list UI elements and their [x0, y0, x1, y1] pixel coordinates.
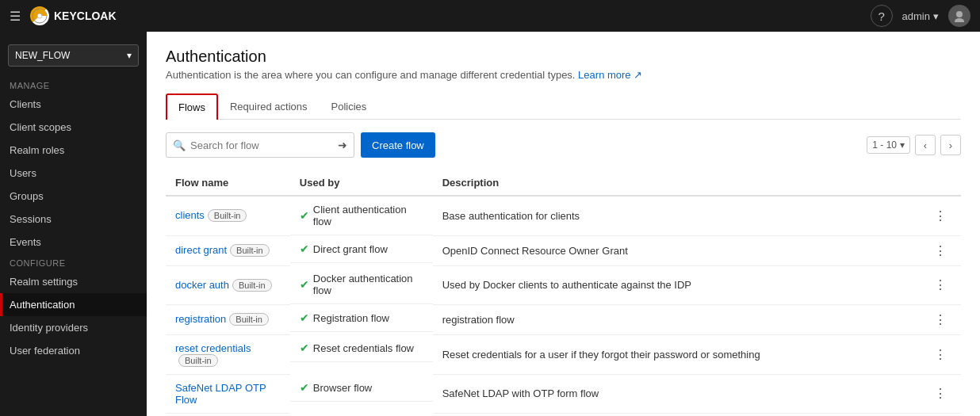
sidebar-item-label: User federation	[10, 345, 80, 357]
used-by-cell: ✔Client authentication flow	[290, 197, 433, 235]
sidebar-item-label: Authentication	[10, 299, 75, 311]
action-cell: ⋮	[883, 265, 961, 304]
prev-page-button[interactable]: ‹	[915, 135, 936, 155]
help-icon[interactable]: ?	[871, 5, 893, 27]
pagination: 1 - 10 ▾ ‹ ›	[867, 135, 961, 155]
used-by-cell: ✔Reset credentials flow	[290, 334, 433, 362]
sidebar-item-user-federation[interactable]: User federation	[0, 339, 147, 362]
tab-policies[interactable]: Policies	[320, 94, 379, 120]
manage-section-label: Manage	[0, 76, 147, 93]
more-options-icon[interactable]: ⋮	[929, 385, 951, 402]
sidebar-item-users[interactable]: Users	[0, 162, 147, 185]
tab-required-actions[interactable]: Required actions	[218, 94, 320, 120]
used-by-label: Direct grant flow	[313, 243, 388, 255]
avatar[interactable]	[948, 5, 970, 27]
description-cell: Used by Docker clients to authenticate a…	[433, 265, 883, 304]
description-cell: Base authentication for clients	[433, 196, 883, 235]
sidebar-item-realm-settings[interactable]: Realm settings	[0, 270, 147, 293]
user-menu[interactable]: admin ▾	[902, 10, 939, 22]
sidebar-item-client-scopes[interactable]: Client scopes	[0, 116, 147, 139]
flows-table: Flow name Used by Description clientsBui…	[166, 170, 961, 416]
tabs: Flows Required actions Policies	[166, 94, 961, 120]
more-options-icon[interactable]: ⋮	[929, 242, 951, 259]
sidebar-item-label: Clients	[10, 98, 41, 110]
flow-name-link[interactable]: docker auth	[175, 279, 229, 291]
sidebar-item-authentication[interactable]: Authentication	[0, 293, 147, 316]
flow-badge: Built-in	[230, 244, 270, 257]
search-arrow-icon[interactable]: ➜	[338, 139, 347, 151]
flow-name-link[interactable]: registration	[175, 313, 226, 325]
table-row: SafeNet LDAP OTP Flow✔Browser flowSafeNe…	[166, 374, 961, 413]
used-by-label: Browser flow	[313, 382, 372, 394]
svg-point-1	[37, 13, 42, 18]
sidebar-item-label: Sessions	[10, 213, 52, 225]
used-by-cell: ✔Docker authentication flow	[290, 265, 433, 304]
sidebar-item-identity-providers[interactable]: Identity providers	[0, 316, 147, 339]
flow-name-cell: registrationBuilt-in	[166, 304, 290, 334]
check-icon: ✔	[300, 209, 309, 222]
used-by-label: Reset credentials flow	[313, 342, 414, 354]
check-icon: ✔	[300, 381, 309, 394]
description-cell: registration flow	[433, 304, 883, 334]
realm-dropdown-icon: ▾	[127, 50, 132, 61]
learn-more-link[interactable]: Learn more ↗	[578, 69, 642, 81]
next-page-button[interactable]: ›	[940, 135, 961, 155]
flow-name-cell: SafeNet LDAP OTP Flow	[166, 374, 290, 413]
flow-badge: Built-in	[208, 209, 247, 222]
search-input[interactable]	[190, 139, 333, 151]
pagination-dropdown-icon: ▾	[900, 139, 905, 151]
sidebar-item-clients[interactable]: Clients	[0, 93, 147, 116]
used-by-label: Client authentication flow	[313, 204, 423, 227]
table-row: reset credentialsBuilt-in✔Reset credenti…	[166, 334, 961, 374]
sidebar-item-sessions[interactable]: Sessions	[0, 208, 147, 231]
hamburger-icon[interactable]: ☰	[10, 9, 21, 24]
sidebar-item-events[interactable]: Events	[0, 231, 147, 254]
configure-section-label: Configure	[0, 254, 147, 270]
sidebar: NEW_FLOW ▾ Manage Clients Client scopes …	[0, 32, 147, 416]
flow-name-cell: browserBuilt-in	[166, 413, 290, 416]
flow-name-link[interactable]: reset credentials	[175, 342, 251, 354]
sidebar-item-groups[interactable]: Groups	[0, 185, 147, 208]
sidebar-item-label: Client scopes	[10, 121, 71, 133]
action-cell: ⋮	[883, 235, 961, 265]
table-row: docker authBuilt-in✔Docker authenticatio…	[166, 265, 961, 304]
action-cell: ⋮	[883, 374, 961, 413]
toolbar: 🔍 ➜ Create flow 1 - 10 ▾ ‹ ›	[166, 132, 961, 158]
more-options-icon[interactable]: ⋮	[929, 311, 951, 328]
used-by-label: Registration flow	[313, 312, 389, 324]
col-description: Description	[433, 170, 883, 196]
flow-name-cell: clientsBuilt-in	[166, 196, 290, 235]
check-icon: ✔	[300, 278, 309, 291]
table-row: registrationBuilt-in✔Registration flowre…	[166, 304, 961, 334]
tab-flows[interactable]: Flows	[166, 94, 218, 120]
more-options-icon[interactable]: ⋮	[929, 346, 951, 363]
flow-name-link[interactable]: clients	[175, 209, 205, 221]
used-by-cell: ✔Registration flow	[290, 304, 433, 332]
sidebar-item-realm-roles[interactable]: Realm roles	[0, 139, 147, 162]
flow-name-link[interactable]: direct grant	[175, 244, 227, 256]
used-by-cell: ✔Direct grant flow	[290, 235, 433, 263]
flow-name-link[interactable]: SafeNet LDAP OTP Flow	[175, 382, 266, 406]
user-dropdown-icon: ▾	[933, 10, 939, 22]
used-by-cell: ✔Browser flow	[290, 374, 433, 402]
topnav-right: ? admin ▾	[871, 5, 970, 27]
col-actions	[883, 170, 961, 196]
action-cell: ⋮	[883, 334, 961, 374]
logo-text: KEYCLOAK	[54, 10, 117, 22]
create-flow-button[interactable]: Create flow	[361, 132, 435, 158]
flow-name-cell: docker authBuilt-in	[166, 265, 290, 304]
action-cell: Duplicate	[883, 413, 961, 416]
search-box: 🔍 ➜	[166, 132, 354, 158]
more-options-icon[interactable]: ⋮	[929, 208, 951, 224]
action-cell: ⋮	[883, 304, 961, 334]
description-cell: OpenID Connect Resource Owner Grant	[433, 235, 883, 265]
flow-badge: Built-in	[178, 354, 218, 367]
more-options-icon[interactable]: ⋮	[929, 277, 951, 293]
table-row: direct grantBuilt-in✔Direct grant flowOp…	[166, 235, 961, 265]
check-icon: ✔	[300, 242, 309, 255]
page-size-select[interactable]: 1 - 10 ▾	[867, 136, 910, 154]
description-cell: browser based authentication	[433, 413, 883, 416]
svg-point-3	[955, 18, 964, 22]
page-title: Authentication	[166, 48, 961, 66]
realm-selector[interactable]: NEW_FLOW ▾	[8, 44, 139, 67]
